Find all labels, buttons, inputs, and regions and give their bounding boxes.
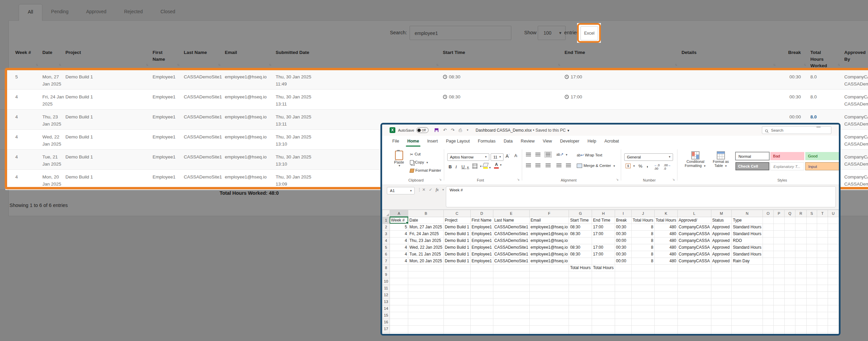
column-header[interactable]: First Name↑↓ <box>153 46 184 69</box>
quick-print-icon[interactable]: ⎙ <box>459 128 462 133</box>
excel-cell[interactable] <box>784 278 795 285</box>
excel-cell[interactable] <box>763 271 774 278</box>
column-header[interactable]: Start Time↑↓ <box>443 46 565 69</box>
excel-cell[interactable]: Total Hours <box>632 217 655 224</box>
excel-cell[interactable]: CASSADemoSite1 <box>493 230 529 237</box>
excel-cell[interactable] <box>677 305 711 312</box>
excel-cell[interactable] <box>654 291 677 298</box>
excel-cell[interactable] <box>732 319 763 325</box>
excel-cell[interactable] <box>390 305 408 312</box>
excel-cell[interactable]: End Time <box>592 217 615 224</box>
excel-cell[interactable] <box>615 285 631 291</box>
excel-cell[interactable] <box>493 285 529 291</box>
excel-cell[interactable] <box>817 312 828 319</box>
row-number-3[interactable]: 3 <box>382 230 390 237</box>
excel-cell[interactable] <box>763 312 774 319</box>
excel-cell[interactable] <box>774 278 785 285</box>
sort-icon[interactable]: ↑↓ <box>436 62 438 68</box>
formula-input[interactable]: Week # <box>446 186 836 207</box>
excel-cell[interactable] <box>632 285 655 291</box>
excel-cell[interactable] <box>795 244 806 251</box>
excel-cell[interactable]: 00:30 <box>615 224 631 230</box>
cell-style-input[interactable]: Input <box>805 162 839 170</box>
excel-cell[interactable] <box>817 264 828 271</box>
excel-cell[interactable] <box>632 271 655 278</box>
excel-cell[interactable] <box>784 291 795 298</box>
excel-cell[interactable] <box>711 312 732 319</box>
number-format-select[interactable]: General▼ <box>624 153 673 161</box>
excel-cell[interactable] <box>493 291 529 298</box>
excel-cell[interactable] <box>817 305 828 312</box>
ribbon-tab-acrobat[interactable]: Acrobat <box>600 139 623 147</box>
cell-style-explanatory-t-[interactable]: Explanatory T... <box>770 162 804 170</box>
excel-cell[interactable] <box>493 319 529 325</box>
excel-cell[interactable] <box>592 332 615 334</box>
column-letter-B[interactable]: B <box>408 210 443 217</box>
wrap-text-button[interactable]: ab↩ Wrap Text <box>577 153 602 157</box>
excel-cell[interactable] <box>784 264 795 271</box>
ribbon-tab-developer[interactable]: Developer <box>556 139 584 147</box>
excel-cell[interactable] <box>828 278 839 285</box>
column-letter-A[interactable]: A <box>390 210 408 217</box>
excel-cell[interactable]: 00:30 <box>615 244 631 251</box>
excel-cell[interactable] <box>763 217 774 224</box>
excel-cell[interactable]: 8 <box>632 224 655 230</box>
row-number-14[interactable]: 14 <box>382 305 390 312</box>
excel-cell[interactable] <box>654 271 677 278</box>
fill-color-button[interactable]: ▼ <box>483 163 491 169</box>
excel-cell[interactable] <box>784 251 795 258</box>
excel-cell[interactable] <box>615 305 631 312</box>
column-letter-L[interactable]: L <box>677 210 711 217</box>
excel-cell[interactable] <box>529 271 569 278</box>
total-hours-link[interactable]: 8.0 <box>810 114 817 119</box>
excel-cell[interactable] <box>795 217 806 224</box>
percent-style-button[interactable]: % <box>638 164 643 169</box>
excel-cell[interactable] <box>592 285 615 291</box>
worksheet-grid[interactable]: ABCDEFGHIJKLMNOPQRSTU1Week #DateProjectF… <box>382 210 839 334</box>
top-align-button[interactable] <box>526 153 531 157</box>
excel-cell[interactable] <box>774 319 785 325</box>
excel-cell[interactable] <box>677 325 711 332</box>
excel-cell[interactable] <box>784 298 795 305</box>
excel-cell[interactable]: Standard Hours <box>732 244 763 251</box>
decrease-decimal-button[interactable]: .00→.0 <box>664 164 671 170</box>
excel-cell[interactable] <box>592 298 615 305</box>
excel-cell[interactable]: 8 <box>632 230 655 237</box>
excel-cell[interactable] <box>408 278 443 285</box>
excel-cell[interactable] <box>529 264 569 271</box>
excel-cell[interactable] <box>615 332 631 334</box>
excel-cell[interactable] <box>529 285 569 291</box>
excel-cell[interactable] <box>632 312 655 319</box>
excel-cell[interactable]: employee1@hseq.io <box>529 258 569 264</box>
excel-cell[interactable] <box>654 305 677 312</box>
row-number-6[interactable]: 6 <box>382 251 390 258</box>
excel-cell[interactable] <box>443 285 470 291</box>
excel-cell[interactable]: Approved <box>711 224 732 230</box>
ribbon-tab-formulas[interactable]: Formulas <box>474 139 499 147</box>
excel-cell[interactable] <box>654 285 677 291</box>
excel-cell[interactable]: CompanyCASSA <box>677 230 711 237</box>
excel-cell[interactable] <box>795 230 806 237</box>
excel-cell[interactable] <box>763 251 774 258</box>
excel-cell[interactable]: Demo Build 1 <box>443 230 470 237</box>
ribbon-tab-page-layout[interactable]: Page Layout <box>442 139 474 147</box>
align-right-button[interactable] <box>546 164 551 168</box>
excel-cell[interactable] <box>795 264 806 271</box>
excel-cell[interactable] <box>654 278 677 285</box>
excel-cell[interactable] <box>817 217 828 224</box>
column-header[interactable]: Break↑↓ <box>780 46 810 69</box>
excel-cell[interactable] <box>390 271 408 278</box>
row-number-18[interactable]: 18 <box>382 332 390 334</box>
excel-cell[interactable]: CASSADemoSite1 <box>493 258 529 264</box>
center-button[interactable] <box>535 164 540 168</box>
excel-cell[interactable]: 08:30 <box>569 230 592 237</box>
column-header[interactable]: Date↑↓ <box>42 46 65 69</box>
column-letter-E[interactable]: E <box>493 210 529 217</box>
excel-cell[interactable] <box>763 237 774 244</box>
excel-cell[interactable] <box>615 271 631 278</box>
borders-button[interactable]: ▼ <box>472 164 482 169</box>
excel-cell[interactable]: First Name <box>470 217 493 224</box>
excel-cell[interactable]: CASSADemoSite1 <box>493 237 529 244</box>
excel-cell[interactable] <box>470 312 493 319</box>
excel-cell[interactable]: Employee1 <box>470 224 493 230</box>
